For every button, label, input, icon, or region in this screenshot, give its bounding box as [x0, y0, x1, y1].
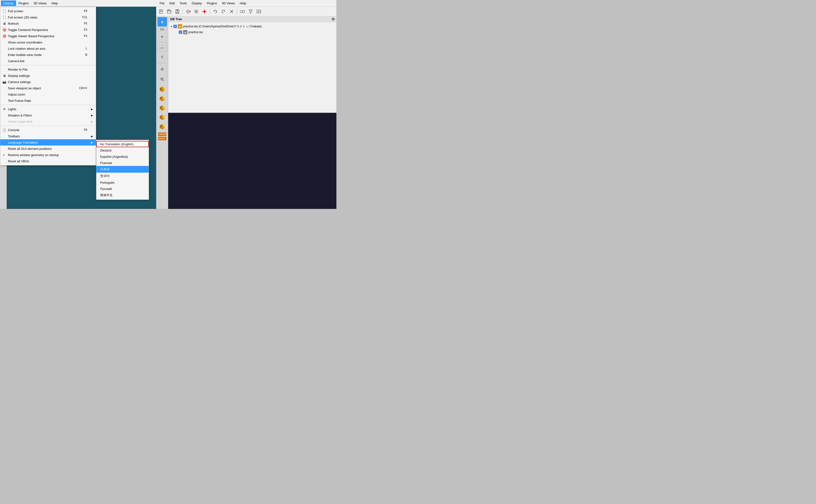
content-area: 1:1 + +auto [156, 16, 336, 209]
cube-icon-3[interactable] [158, 104, 166, 113]
tree-item-root[interactable]: ▼ 📁 practice.las (C:/Users/hyama/OneDriv… [169, 24, 335, 29]
menu-item-toggle-viewer[interactable]: 🎯 Toggle Viewer Based Perspective F4 [0, 33, 96, 39]
menu-item-active-scalar[interactable]: Active scalar field [0, 118, 96, 125]
menu-item-show-cursor[interactable]: Show cursor coordinates [0, 39, 96, 45]
rmenu-tools[interactable]: Tools [177, 0, 189, 6]
lang-no-translation[interactable]: No Translation (English) [96, 141, 149, 147]
menu-display[interactable]: Display [1, 0, 16, 6]
menu-item-lock-rotation[interactable]: Lock rotation about an axis L [0, 45, 96, 52]
right-panel: File Edit Tools Display Plugins 3D Views… [156, 0, 336, 209]
menu-help[interactable]: Help [49, 0, 60, 6]
menu-item-fullscreen[interactable]: ⛶ Full screen F9 [0, 8, 96, 14]
rmenu-file[interactable]: File [157, 0, 167, 6]
svg-point-27 [260, 10, 261, 11]
tree-label-child: practice.las [188, 30, 203, 34]
menu-item-shaders[interactable]: Shaders & Filters [0, 112, 96, 118]
svg-point-23 [242, 10, 245, 13]
svg-rect-6 [177, 10, 178, 11]
language-submenu: No Translation (English) Deutsch Español… [96, 140, 149, 200]
svg-point-30 [260, 11, 261, 12]
lang-russian[interactable]: Русский [96, 186, 149, 192]
menu-item-camera-link[interactable]: Camera link [0, 58, 96, 64]
toolbar-sep-2 [210, 9, 210, 14]
cube-icon-1[interactable] [158, 86, 166, 94]
menu-item-refresh[interactable]: 🖥 Refresh F5 [0, 20, 96, 27]
fullscreen-icon: ⛶ [2, 9, 6, 13]
menu-item-render[interactable]: Render to File [0, 66, 96, 73]
lights-icon: ☀ [2, 107, 6, 111]
lang-francais[interactable]: Francais [96, 160, 149, 166]
toolbar-filter[interactable] [247, 8, 254, 15]
menu-plugins[interactable]: Plugins [16, 0, 31, 6]
menu-item-console[interactable]: 📋 Console F8 [0, 127, 96, 133]
lang-espanol[interactable]: Español (Argentina) [96, 153, 149, 160]
toolbar-redo[interactable] [220, 8, 227, 15]
db-tree-header: DB Tree ⊡ [168, 16, 336, 22]
menu-item-reset-vbos[interactable]: Reset all VBOs [0, 158, 96, 164]
lang-japanese[interactable]: 日本語 [96, 166, 149, 173]
left-menu-bar: Display Plugins 3D Views Help [0, 0, 156, 7]
view-btn-move[interactable] [158, 65, 167, 74]
rmenu-3dviews[interactable]: 3D Views [219, 0, 237, 6]
toolbar-merge[interactable] [239, 8, 246, 15]
menu-item-bubble-view[interactable]: Enter bubble-view mode B [0, 52, 96, 58]
menu-item-toolbars[interactable]: Toolbars [0, 133, 96, 139]
svg-point-36 [162, 22, 163, 23]
toolbar-points[interactable] [255, 8, 263, 15]
menu-item-adjust-zoom[interactable]: Adjust zoom [0, 91, 96, 97]
rmenu-edit[interactable]: Edit [167, 0, 177, 6]
view-btn-auto[interactable]: +auto [158, 42, 167, 51]
menu-item-restore-window[interactable]: ✓ Restore window geometry on startup [0, 152, 96, 158]
rmenu-help[interactable]: Help [237, 0, 249, 6]
toolbar-save[interactable] [173, 8, 181, 15]
toolbar-sep-3 [237, 9, 237, 14]
rmenu-plugins[interactable]: Plugins [204, 0, 219, 6]
view-btn-zoom[interactable] [158, 75, 167, 84]
menu-item-camera-settings[interactable]: 📷 Camera settings [0, 79, 96, 85]
rmenu-display[interactable]: Display [189, 0, 204, 6]
lang-deutsch[interactable]: Deutsch [96, 147, 149, 153]
tree-item-child[interactable]: ☁ practice.las [178, 29, 335, 35]
lang-korean[interactable]: 한국어 [96, 173, 149, 179]
fullscreen-3d-icon: ⛶ [2, 15, 6, 19]
view-btn-back[interactable] [158, 52, 167, 61]
menu-item-test-frame[interactable]: Test Frame Rate [0, 97, 96, 104]
toolbar-undo[interactable] [211, 8, 219, 15]
tree-arrow-icon: ▼ [170, 25, 172, 28]
tree-cloud-icon: ☁ [183, 30, 187, 34]
toolbar-crosshair[interactable] [201, 8, 208, 15]
db-tree-expand-icon[interactable]: ⊡ [332, 17, 334, 21]
check-icon: ✓ [3, 153, 5, 157]
lang-portuguese[interactable]: Português [96, 179, 149, 186]
cube-icon-5[interactable] [158, 123, 166, 132]
toolbar-new[interactable] [157, 8, 165, 15]
toolbar-open[interactable] [165, 8, 173, 15]
tree-folder-icon: 📁 [178, 24, 182, 29]
toolbar-rotate[interactable] [184, 8, 192, 15]
svg-marker-40 [162, 67, 163, 68]
menu-item-reset-gui[interactable]: Reset all GUI element positions [0, 146, 96, 152]
lang-chinese[interactable]: 简体中文 [96, 192, 149, 199]
toolbar-list[interactable] [192, 8, 200, 15]
separator-2 [0, 105, 96, 105]
menu-item-display-settings[interactable]: 🖥 Display settings [0, 73, 96, 79]
menu-item-language-translation[interactable]: Language Translation [0, 139, 96, 146]
tree-checkbox-root[interactable] [173, 25, 177, 28]
tree-label-root: practice.las (C:/Users/hyama/OneDrive/デス… [183, 24, 262, 29]
menu-item-lights[interactable]: ☀ Lights [0, 106, 96, 112]
view-btn-camera[interactable] [158, 17, 167, 26]
camera-settings-icon: 📷 [2, 80, 6, 84]
menu-item-toggle-centered[interactable]: 🎯 Toggle Centered Perspective F3 [0, 27, 96, 33]
db-tree-panel: DB Tree ⊡ ▼ 📁 practice.las (C:/Users/hya… [168, 16, 336, 113]
view-btn-plus[interactable]: + [158, 32, 167, 41]
tree-checkbox-child[interactable] [179, 30, 182, 34]
svg-line-45 [163, 80, 164, 81]
menu-item-save-viewport[interactable]: Save viewport as object Ctrl+V [0, 85, 96, 91]
menu-3dviews[interactable]: 3D Views [31, 0, 49, 6]
menu-item-fullscreen-3d[interactable]: ⛶ Full screen (3D view) F11 [0, 14, 96, 20]
viewport-3d[interactable]: Orthographic projection Object-centered [168, 113, 336, 209]
toolbar-delete[interactable] [228, 8, 235, 15]
svg-rect-7 [176, 12, 178, 13]
cube-icon-2[interactable] [158, 95, 166, 103]
cube-icon-4[interactable] [158, 114, 166, 122]
